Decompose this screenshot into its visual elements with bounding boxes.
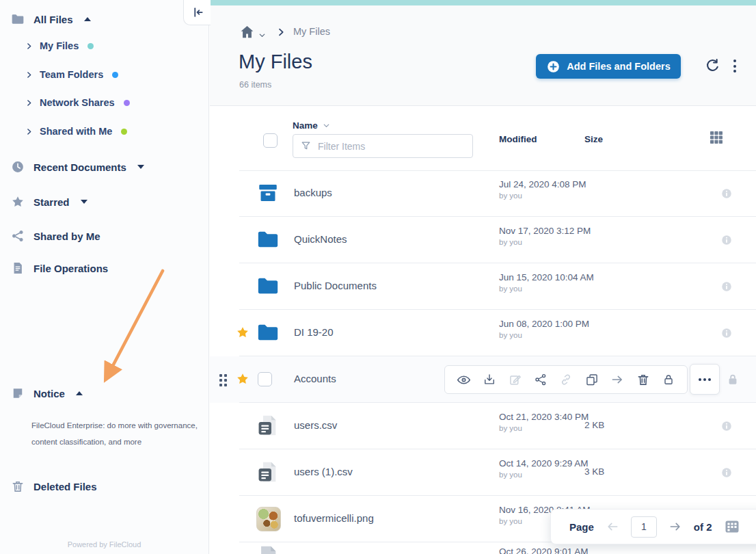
filter-input[interactable] bbox=[318, 141, 465, 152]
breadcrumb-home[interactable] bbox=[239, 24, 267, 40]
folder-icon bbox=[256, 274, 280, 298]
table-row[interactable]: DI 19-20 Jun 08, 2020 1:00 PMby you bbox=[210, 310, 756, 356]
sidebar-item-label: Starred bbox=[33, 196, 70, 208]
select-all-checkbox[interactable] bbox=[263, 133, 278, 148]
sidebar-item-label: My Files bbox=[40, 40, 79, 51]
caret-up-icon bbox=[84, 17, 91, 21]
teal-dot-icon bbox=[87, 43, 94, 49]
archive-folder-icon bbox=[256, 181, 280, 205]
add-files-button[interactable]: Add Files and Folders bbox=[536, 54, 681, 79]
copy-link-icon[interactable] bbox=[559, 373, 573, 386]
column-header-modified[interactable]: Modified bbox=[499, 134, 537, 144]
note-icon bbox=[11, 386, 25, 400]
caret-down-icon bbox=[81, 200, 87, 204]
refresh-icon[interactable] bbox=[704, 57, 721, 75]
caret-down-icon bbox=[137, 165, 144, 169]
sidebar-item-team-folders[interactable]: Team Folders bbox=[25, 69, 118, 80]
powered-by-label: Powered by FileCloud bbox=[0, 540, 208, 549]
sidebar-item-my-files[interactable]: My Files bbox=[25, 40, 94, 51]
chevron-right-icon bbox=[25, 127, 33, 136]
info-icon[interactable] bbox=[720, 280, 733, 293]
preview-eye-icon[interactable] bbox=[457, 373, 471, 387]
collapse-sidebar-button[interactable] bbox=[183, 0, 211, 25]
locked-indicator-icon bbox=[726, 373, 740, 386]
page-number-input[interactable] bbox=[631, 516, 657, 538]
sidebar-item-shared-with-me[interactable]: Shared with Me bbox=[25, 126, 127, 137]
info-icon[interactable] bbox=[720, 327, 733, 339]
breadcrumb-separator-icon bbox=[275, 27, 286, 38]
previous-page-icon[interactable] bbox=[606, 520, 619, 533]
table-row[interactable]: backups Jul 24, 2020 4:08 PMby you bbox=[210, 170, 756, 217]
sidebar-item-label: Recent Documents bbox=[33, 161, 126, 173]
info-icon[interactable] bbox=[720, 420, 733, 432]
sidebar-item-shared-by-me[interactable]: Shared by Me bbox=[11, 229, 100, 243]
download-icon[interactable] bbox=[483, 373, 496, 386]
file-icon bbox=[256, 544, 280, 554]
sidebar-item-all-files[interactable]: All Files bbox=[11, 12, 91, 26]
star-icon[interactable] bbox=[236, 326, 249, 339]
sidebar-item-label: Shared by Me bbox=[33, 230, 100, 242]
file-size: 2 KB bbox=[584, 420, 604, 430]
sidebar-item-starred[interactable]: Starred bbox=[11, 195, 87, 209]
file-name[interactable]: Public Documents bbox=[294, 280, 377, 291]
drag-handle-icon[interactable] bbox=[219, 374, 227, 386]
star-icon bbox=[11, 195, 25, 209]
sidebar-item-network-shares[interactable]: Network Shares bbox=[25, 97, 130, 108]
caret-up-icon bbox=[76, 391, 83, 395]
modified-date: Nov 17, 2020 3:12 PM bbox=[499, 226, 591, 236]
filter-input-wrap bbox=[293, 134, 473, 158]
page-grid-icon[interactable] bbox=[724, 518, 740, 535]
share-icon[interactable] bbox=[534, 373, 548, 386]
modified-date: Jul 24, 2020 4:08 PM bbox=[499, 179, 586, 189]
sidebar-item-recent-documents[interactable]: Recent Documents bbox=[11, 160, 144, 174]
modified-date: Oct 21, 2020 3:40 PM bbox=[499, 412, 589, 422]
pagination-bar: Page of 2 bbox=[550, 509, 756, 544]
column-header-size[interactable]: Size bbox=[584, 134, 603, 144]
table-row[interactable]: Public Documents Jun 15, 2020 10:04 AMby… bbox=[210, 263, 756, 310]
sidebar-item-file-operations[interactable]: File Operations bbox=[11, 261, 108, 275]
row-action-toolbar bbox=[444, 365, 688, 394]
column-header-name[interactable]: Name bbox=[293, 120, 331, 131]
notice-text: FileCloud Enterprise: do more with gover… bbox=[31, 417, 205, 450]
next-page-icon[interactable] bbox=[669, 520, 682, 533]
table-row-hovered[interactable]: Accounts bbox=[210, 356, 756, 403]
sidebar-item-label: Network Shares bbox=[40, 97, 115, 108]
info-icon[interactable] bbox=[720, 187, 733, 200]
file-name[interactable]: QuickNotes bbox=[294, 233, 347, 245]
move-arrow-icon[interactable] bbox=[610, 373, 624, 386]
edit-icon[interactable] bbox=[509, 373, 522, 386]
chevron-right-icon bbox=[25, 70, 33, 79]
breadcrumb-current[interactable]: My Files bbox=[293, 26, 330, 37]
modified-by: by you bbox=[499, 238, 591, 246]
info-icon[interactable] bbox=[720, 234, 733, 246]
grid-view-icon[interactable] bbox=[708, 129, 725, 146]
table-row[interactable]: users (1).csv Oct 14, 2020 9:29 AMby you… bbox=[210, 449, 756, 496]
sidebar-item-label: Shared with Me bbox=[40, 126, 112, 137]
lock-icon[interactable] bbox=[662, 373, 675, 386]
total-pages-label: of 2 bbox=[694, 521, 712, 533]
more-options-icon[interactable] bbox=[733, 60, 736, 72]
chevron-right-icon bbox=[25, 98, 33, 107]
folder-icon bbox=[256, 228, 280, 251]
file-name[interactable]: DI 19-20 bbox=[294, 326, 334, 338]
table-row[interactable]: QuickNotes Nov 17, 2020 3:12 PMby you bbox=[210, 217, 756, 263]
csv-file-icon bbox=[256, 460, 280, 484]
copy-icon[interactable] bbox=[585, 373, 599, 386]
file-name[interactable]: tofuvermicelli.png bbox=[294, 512, 374, 524]
sidebar-item-deleted-files[interactable]: Deleted Files bbox=[11, 479, 97, 493]
star-icon[interactable] bbox=[236, 372, 249, 386]
row-checkbox[interactable] bbox=[258, 372, 272, 386]
sidebar-item-notice[interactable]: Notice bbox=[11, 386, 83, 400]
table-row[interactable]: users.csv Oct 21, 2020 3:40 PMby you 2 K… bbox=[210, 403, 756, 449]
file-name[interactable]: users.csv bbox=[294, 419, 337, 431]
info-icon[interactable] bbox=[720, 466, 733, 479]
delete-trash-icon[interactable] bbox=[636, 373, 650, 386]
file-name[interactable]: Accounts bbox=[294, 373, 336, 384]
image-thumbnail bbox=[256, 507, 281, 531]
more-actions-button[interactable] bbox=[690, 364, 720, 395]
folder-icon bbox=[11, 12, 25, 26]
collapse-left-icon bbox=[191, 5, 204, 19]
file-name[interactable]: backups bbox=[294, 187, 332, 198]
file-name[interactable]: users (1).csv bbox=[294, 466, 353, 477]
modified-by: by you bbox=[499, 471, 589, 479]
